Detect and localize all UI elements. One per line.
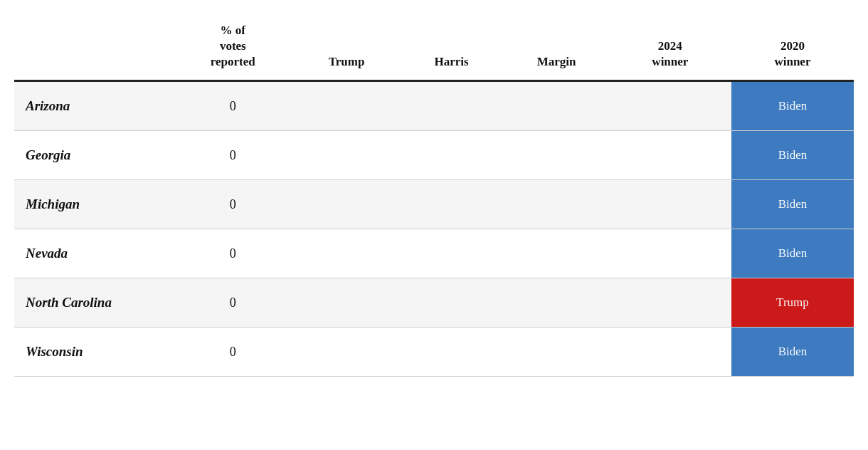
margin-value — [504, 328, 609, 377]
harris-value — [399, 328, 504, 377]
table-row: Nevada0Biden — [14, 229, 854, 278]
margin-value — [504, 229, 609, 278]
harris-value — [399, 229, 504, 278]
winner-2020-label: Trump — [731, 278, 854, 327]
winner-2020-label: Biden — [731, 180, 854, 229]
winner-2020-column-header: 2020winner — [731, 14, 854, 81]
harris-value — [399, 131, 504, 180]
votes-reported-column-header: % ofvotesreported — [171, 14, 294, 81]
trump-value — [294, 229, 399, 278]
table-row: Michigan0Biden — [14, 180, 854, 229]
harris-column-header: Harris — [399, 14, 504, 81]
table-header-row: % ofvotesreported Trump Harris Margin 20… — [14, 14, 854, 81]
winner-2024-value — [609, 180, 731, 229]
margin-value — [504, 278, 609, 328]
winner-2020-label: Biden — [731, 131, 854, 179]
state-column-header — [14, 14, 171, 81]
table-row: Arizona0Biden — [14, 81, 854, 131]
winner-2024-value — [609, 328, 731, 377]
harris-value — [399, 278, 504, 328]
winner-2020-value: Biden — [731, 180, 854, 229]
winner-2020-label: Biden — [731, 229, 854, 278]
trump-value — [294, 180, 399, 229]
election-results-table: % ofvotesreported Trump Harris Margin 20… — [14, 14, 854, 377]
trump-value — [294, 278, 399, 328]
table-row: North Carolina0Trump — [14, 278, 854, 328]
state-name: Michigan — [14, 180, 171, 229]
winner-2024-value — [609, 131, 731, 180]
margin-column-header: Margin — [504, 14, 609, 81]
winner-2024-column-header: 2024winner — [609, 14, 731, 81]
state-name: North Carolina — [14, 278, 171, 328]
margin-value — [504, 131, 609, 180]
state-name: Wisconsin — [14, 328, 171, 377]
votes-reported-value: 0 — [171, 229, 294, 278]
trump-value — [294, 131, 399, 180]
state-name: Nevada — [14, 229, 171, 278]
winner-2024-value — [609, 81, 731, 131]
margin-value — [504, 81, 609, 131]
table-row: Georgia0Biden — [14, 131, 854, 180]
winner-2024-value — [609, 278, 731, 328]
winner-2020-value: Biden — [731, 81, 854, 131]
state-name: Arizona — [14, 81, 171, 131]
votes-reported-value: 0 — [171, 328, 294, 377]
winner-2020-value: Biden — [731, 328, 854, 377]
state-name: Georgia — [14, 131, 171, 180]
winner-2020-label: Biden — [731, 82, 854, 130]
votes-reported-value: 0 — [171, 180, 294, 229]
table-row: Wisconsin0Biden — [14, 328, 854, 377]
trump-column-header: Trump — [294, 14, 399, 81]
winner-2024-value — [609, 229, 731, 278]
winner-2020-value: Biden — [731, 131, 854, 180]
margin-value — [504, 180, 609, 229]
results-table-container: % ofvotesreported Trump Harris Margin 20… — [14, 14, 854, 377]
votes-reported-value: 0 — [171, 131, 294, 180]
trump-value — [294, 328, 399, 377]
winner-2020-value: Biden — [731, 229, 854, 278]
harris-value — [399, 81, 504, 131]
votes-reported-value: 0 — [171, 278, 294, 328]
votes-reported-value: 0 — [171, 81, 294, 131]
winner-2020-label: Biden — [731, 328, 854, 376]
harris-value — [399, 180, 504, 229]
trump-value — [294, 81, 399, 131]
winner-2020-value: Trump — [731, 278, 854, 328]
